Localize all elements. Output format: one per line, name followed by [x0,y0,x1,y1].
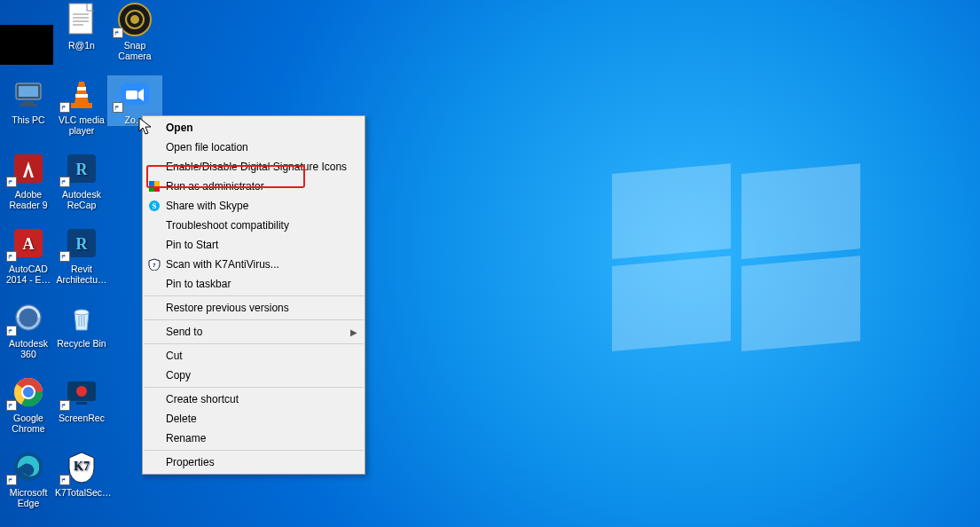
this-pc-icon-image [11,76,46,112]
svg-rect-40 [154,186,160,192]
context-menu-item-cut[interactable]: Cut [143,346,365,366]
chrome-icon[interactable]: Google Chrome [2,374,55,434]
svg-rect-11 [20,104,37,106]
snap-camera-icon[interactable]: Snap Camera [108,2,161,61]
svg-rect-14 [71,103,92,108]
shortcut-overlay-icon [59,400,70,411]
context-menu-separator [144,387,364,388]
vlc-icon[interactable]: VLC media player [55,76,108,136]
svg-text:K7: K7 [74,460,90,473]
shortcut-overlay-icon [6,251,17,262]
svg-point-7 [130,15,139,24]
chrome-icon-label: Google Chrome [2,413,55,434]
skype-icon: S [148,200,161,212]
context-menu-item-open-file-location[interactable]: Open file location [143,138,365,157]
recycle-bin-icon[interactable]: Recycle Bin [55,300,108,349]
shortcut-overlay-icon [6,475,17,485]
context-menu-item-label: Cut [166,350,183,362]
svg-rect-0 [69,4,92,34]
context-menu-item-properties[interactable]: Properties [143,452,365,472]
shortcut-overlay-icon [6,400,17,411]
context-menu-item-copy[interactable]: Copy [143,366,365,385]
svg-rect-12 [77,87,86,90]
svg-point-25 [74,310,89,315]
text-file-icon-label: R@1n [55,40,108,51]
context-menu-item-label: Restore previous versions [166,302,289,314]
svg-point-31 [22,386,35,398]
shortcut-overlay-icon [113,28,123,38]
autodesk-recap-icon-image: R [64,151,99,186]
edge-icon-label: Microsoft Edge [2,487,55,508]
context-menu-item-send-to[interactable]: Send to▶ [143,322,365,342]
recycle-bin-icon-image [64,300,99,335]
context-menu-item-delete[interactable]: Delete [143,409,365,429]
autodesk360-icon-image [11,300,46,335]
context-menu-item-rename[interactable]: Rename [143,429,365,448]
context-menu-item-run-as-administrator[interactable]: Run as administrator [143,177,365,196]
adobe-reader-icon[interactable]: Adobe Reader 9 [2,151,55,210]
svg-rect-16 [126,90,137,99]
k7total-icon[interactable]: K7K7TotalSec… [55,449,108,498]
revit-icon-label: Revit Architectu… [55,264,108,285]
shortcut-overlay-icon [59,102,70,113]
context-menu-item-label: Copy [166,369,191,381]
autocad-icon[interactable]: AAutoCAD 2014 - E… [2,225,55,285]
text-file-icon[interactable]: R@1n [55,2,108,51]
svg-rect-9 [19,86,38,97]
context-menu-item-label: Properties [166,456,215,468]
this-pc-icon[interactable]: This PC [2,76,55,125]
vlc-icon-label: VLC media player [55,114,108,136]
shortcut-overlay-icon [59,475,70,485]
vlc-icon-image [64,76,99,112]
svg-text:A: A [23,235,35,253]
adobe-reader-icon-label: Adobe Reader 9 [2,189,55,210]
context-menu: OpenOpen file locationEnable/Disable Dig… [142,115,365,475]
svg-text:S: S [152,201,156,210]
screenrec-icon-image [64,374,99,410]
screenrec-icon-label: ScreenRec [55,413,108,423]
revit-icon-image: R [64,225,99,261]
shortcut-overlay-icon [59,251,70,262]
svg-point-33 [76,386,87,397]
zoom-icon-image [117,76,153,112]
context-menu-item-pin-to-start[interactable]: Pin to Start [143,235,365,255]
adobe-reader-icon-image [11,151,46,186]
svg-rect-34 [76,402,87,405]
context-menu-item-label: Share with Skype [166,200,248,212]
context-menu-item-label: Enable/Disable Digital Signature Icons [166,161,347,173]
autodesk360-icon[interactable]: Autodesk 360 [2,300,55,359]
context-menu-item-label: Open file location [166,141,248,153]
context-menu-item-label: Pin to taskbar [166,278,231,290]
autocad-icon-label: AutoCAD 2014 - E… [2,264,55,285]
context-menu-item-scan-with-k7antivirus[interactable]: 7Scan with K7AntiVirus... [143,255,365,274]
context-menu-item-enable-disable-digital-signature-icons[interactable]: Enable/Disable Digital Signature Icons [143,157,365,177]
context-menu-separator [144,295,364,296]
context-menu-item-label: Delete [166,413,197,425]
snap-camera-icon-label: Snap Camera [108,40,161,61]
context-menu-item-restore-previous-versions[interactable]: Restore previous versions [143,298,365,318]
k7-icon: 7 [148,258,161,271]
screenrec-icon[interactable]: ScreenRec [55,374,108,423]
revit-icon[interactable]: RRevit Architectu… [55,225,108,285]
context-menu-item-label: Run as administrator [166,180,264,193]
chevron-right-icon: ▶ [350,327,357,337]
svg-rect-13 [75,94,88,98]
context-menu-separator [144,319,364,320]
autodesk-recap-icon[interactable]: RAutodesk ReCap [55,151,108,210]
k7total-icon-label: K7TotalSec… [55,487,108,498]
svg-rect-38 [154,181,160,186]
context-menu-item-share-with-skype[interactable]: SShare with Skype [143,196,365,216]
context-menu-item-open[interactable]: Open [143,118,365,138]
this-pc-icon-label: This PC [2,114,55,125]
snap-camera-icon-image [117,2,153,37]
context-menu-item-label: Pin to Start [166,239,218,251]
context-menu-item-pin-to-taskbar[interactable]: Pin to taskbar [143,274,365,294]
svg-text:R: R [76,161,89,178]
context-menu-item-create-shortcut[interactable]: Create shortcut [143,389,365,409]
context-menu-item-troubleshoot-compatibility[interactable]: Troubleshoot compatibility [143,216,365,235]
edge-icon-image [11,449,46,484]
edge-icon[interactable]: Microsoft Edge [2,449,55,508]
shortcut-overlay-icon [59,177,70,187]
context-menu-item-label: Scan with K7AntiVirus... [166,258,279,271]
svg-rect-37 [149,181,154,186]
